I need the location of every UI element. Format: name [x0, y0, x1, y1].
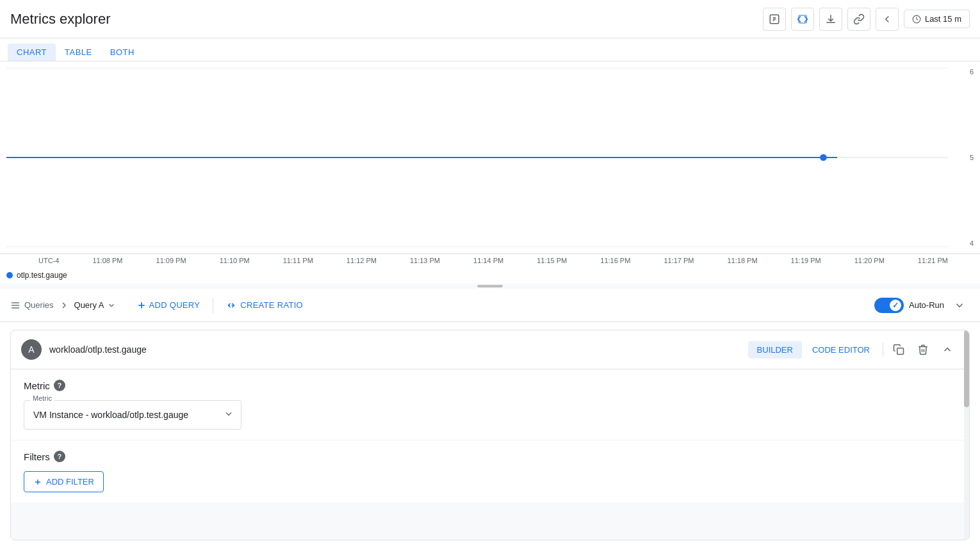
filters-label-text: Filters — [24, 451, 50, 462]
expand-icon — [942, 344, 953, 355]
tab-divider — [883, 343, 883, 356]
create-ratio-label: CREATE RATIO — [240, 300, 303, 310]
header: Metrics explorer — [0, 0, 980, 38]
tab-table[interactable]: TABLE — [56, 44, 101, 61]
query-selector[interactable]: Query A — [69, 298, 121, 312]
back-button[interactable] — [876, 8, 899, 31]
legend-label: otlp.test.gauge — [17, 271, 67, 280]
filters-section: Filters ? ADD FILTER — [11, 440, 969, 503]
chart-legend: otlp.test.gauge — [0, 267, 980, 284]
auto-run-label: Auto-Run — [909, 300, 944, 310]
query-panel: A workload/otlp.test.gauge BUILDER CODE … — [10, 330, 970, 540]
add-filter-button[interactable]: ADD FILTER — [24, 471, 104, 492]
chart-tabs: CHART TABLE BOTH — [0, 38, 980, 61]
header-actions: Last 15 m — [763, 8, 970, 31]
collapse-button[interactable] — [949, 295, 970, 316]
x-label-1117: 11:17 PM — [664, 257, 694, 264]
copy-button[interactable] — [887, 338, 910, 361]
y-label-4: 4 — [970, 239, 974, 247]
tab-both[interactable]: BOTH — [101, 44, 143, 61]
toggle-check-icon: ✓ — [892, 301, 899, 310]
tab-chart[interactable]: CHART — [8, 44, 56, 61]
info-button[interactable] — [763, 8, 786, 31]
x-label-1111: 11:11 PM — [283, 257, 313, 264]
x-label-1108: 11:08 PM — [92, 257, 122, 264]
y-label-6: 6 — [970, 68, 974, 76]
queries-label: Queries — [10, 300, 54, 310]
x-label-1115: 11:15 PM — [537, 257, 567, 264]
query-panel-left: A workload/otlp.test.gauge — [21, 339, 147, 360]
time-range-button[interactable]: Last 15 m — [904, 10, 970, 28]
x-label-1114: 11:14 PM — [473, 257, 503, 264]
add-query-button[interactable]: ADD QUERY — [129, 296, 208, 314]
queries-text: Queries — [24, 300, 54, 310]
metric-section: Metric ? Metric VM Instance - workload/o… — [11, 369, 969, 440]
drag-handle[interactable] — [0, 284, 980, 289]
create-ratio-icon — [226, 300, 236, 310]
metric-field-label: Metric — [30, 394, 54, 402]
svg-rect-16 — [897, 348, 904, 355]
chart-section: CHART TABLE BOTH 6 5 4 — [0, 38, 980, 284]
query-avatar: A — [21, 339, 42, 360]
filters-section-label: Filters ? — [24, 451, 956, 462]
x-label-1110: 11:10 PM — [220, 257, 250, 264]
auto-run-toggle[interactable]: ✓ — [874, 298, 904, 313]
x-label-1113: 11:13 PM — [410, 257, 440, 264]
page-title: Metrics explorer — [10, 11, 110, 28]
x-label-1118: 11:18 PM — [728, 257, 758, 264]
scrollbar-thumb[interactable] — [964, 330, 969, 407]
query-metric-path: workload/otlp.test.gauge — [49, 344, 147, 355]
query-dropdown-icon — [107, 301, 116, 310]
x-label-1116: 11:16 PM — [600, 257, 630, 264]
main-content: CHART TABLE BOTH 6 5 4 — [0, 38, 980, 548]
metric-field: Metric VM Instance - workload/otlp.test.… — [24, 400, 241, 430]
code-button[interactable] — [791, 8, 814, 31]
add-query-icon — [136, 300, 147, 310]
chart-area: 6 5 4 — [0, 61, 980, 254]
x-label-utc: UTC-4 — [38, 257, 59, 264]
x-label-1112: 11:12 PM — [347, 257, 377, 264]
query-panel-header: A workload/otlp.test.gauge BUILDER CODE … — [11, 330, 969, 369]
x-label-1119: 11:19 PM — [791, 257, 821, 264]
collapse-icon — [954, 300, 965, 311]
query-bar-right: ✓ Auto-Run — [874, 295, 970, 316]
query-bar: Queries Query A ADD QUERY CREATE R — [0, 289, 980, 322]
scrollbar[interactable] — [964, 330, 969, 540]
metric-section-label: Metric ? — [24, 380, 956, 391]
x-label-1120: 11:20 PM — [854, 257, 885, 264]
metric-select[interactable]: VM Instance - workload/otlp.test.gauge — [24, 400, 241, 430]
delete-icon — [917, 344, 929, 355]
chevron-right-icon — [59, 300, 69, 310]
metric-help-icon[interactable]: ? — [54, 380, 65, 391]
copy-icon — [893, 344, 904, 355]
svg-point-9 — [820, 154, 827, 161]
chart-x-axis: UTC-4 11:08 PM 11:09 PM 11:10 PM 11:11 P… — [0, 254, 980, 267]
legend-dot — [6, 272, 13, 278]
code-editor-tab[interactable]: CODE EDITOR — [803, 341, 879, 359]
separator — [213, 298, 213, 313]
expand-button[interactable] — [936, 338, 959, 361]
create-ratio-button[interactable]: CREATE RATIO — [218, 296, 311, 314]
add-query-label: ADD QUERY — [149, 300, 200, 310]
metric-label-text: Metric — [24, 380, 50, 391]
filters-help-icon[interactable]: ? — [54, 451, 65, 462]
time-range-label: Last 15 m — [925, 14, 961, 24]
chart-y-axis: 6 5 4 — [948, 61, 974, 254]
x-label-1109: 11:09 PM — [156, 257, 186, 264]
queries-icon — [10, 300, 20, 310]
x-label-1121: 11:21 PM — [918, 257, 948, 264]
y-label-5: 5 — [970, 154, 974, 161]
builder-tab[interactable]: BUILDER — [748, 341, 802, 359]
query-panel-right: BUILDER CODE EDITOR — [748, 338, 959, 361]
drag-handle-bar — [477, 285, 503, 287]
add-filter-icon — [33, 478, 42, 487]
delete-button[interactable] — [911, 338, 935, 361]
chart-svg — [6, 68, 948, 247]
query-name: Query A — [74, 300, 104, 310]
add-filter-label: ADD FILTER — [46, 477, 94, 487]
link-button[interactable] — [847, 8, 870, 31]
toggle-thumb: ✓ — [890, 300, 901, 311]
download-button[interactable] — [819, 8, 842, 31]
